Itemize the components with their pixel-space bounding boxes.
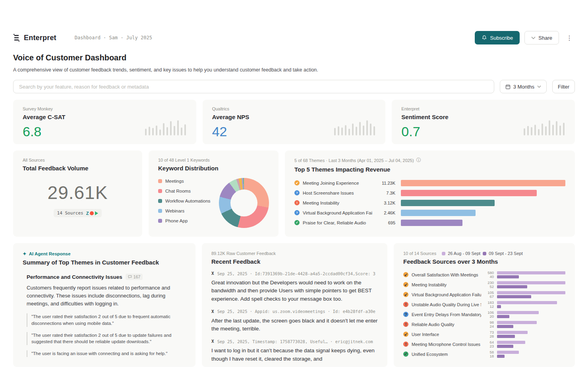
sources-legend: 26 Aug - 09 Sept09 Sept - 23 Sept bbox=[442, 251, 523, 256]
kpi-card-sentiment: Enterpret Sentiment Score 0.7 bbox=[392, 100, 575, 144]
sentiment-negative-icon: ! bbox=[403, 342, 408, 347]
sentiment-negative-icon: ! bbox=[403, 302, 408, 307]
theme-row[interactable]: ✓Praise for Clear, Reliable Audio695 bbox=[294, 218, 565, 228]
middle-row: All Sources Total Feedback Volume 29.61K… bbox=[13, 151, 575, 237]
themes-bar-chart: ↙Meeting Joining Experience11.23K?Host S… bbox=[294, 178, 565, 228]
x-twitter-icon: X bbox=[211, 271, 214, 276]
volume-value: 29.61K bbox=[23, 182, 133, 203]
kpi-card-nps: Qualtrics Average NPS 42 bbox=[203, 100, 386, 144]
comment-icon bbox=[128, 275, 132, 279]
top-themes-card: 5 of 68 Themes · Last 3 Months (Apr 01, … bbox=[285, 151, 575, 237]
summary-title: Summary of Top Themes in Customer Feedba… bbox=[23, 259, 186, 266]
sources-title: Feedback Sources over 3 Months bbox=[403, 258, 565, 265]
source-icon-zendesk: Z bbox=[86, 211, 89, 216]
sentiment-mixed-icon: ↙ bbox=[403, 282, 408, 287]
sentiment-negative-icon: ! bbox=[403, 322, 408, 327]
page-title: Voice of Customer Dashboard bbox=[13, 53, 575, 62]
kpi-sparkline[interactable] bbox=[334, 120, 375, 135]
search-input[interactable] bbox=[13, 80, 494, 93]
bottom-row: ✦ AI Agent Response Summary of Top Theme… bbox=[13, 243, 575, 367]
total-volume-card: All Sources Total Feedback Volume 29.61K… bbox=[13, 151, 142, 237]
sentiment-positive-icon: ✓ bbox=[294, 220, 300, 225]
source-icon-googleplay bbox=[95, 211, 98, 215]
share-button[interactable]: Share bbox=[524, 31, 559, 44]
keyword-eyebrow: 10 of 48 Level 1 Keywords bbox=[158, 158, 269, 162]
top-bar: Enterpret Dashboard · Sam · July 2025 Su… bbox=[13, 30, 575, 45]
comment-count-chip[interactable]: 167 bbox=[126, 274, 143, 280]
page-subtitle: A comprehensive view of customer feedbac… bbox=[13, 67, 575, 73]
calendar-icon bbox=[505, 84, 511, 89]
sentiment-question-icon: ? bbox=[294, 190, 300, 195]
info-icon[interactable]: ⓘ bbox=[416, 157, 421, 164]
theme-row[interactable]: !Meeting Instability3.12K bbox=[294, 198, 565, 208]
source-row[interactable]: ?Event Entry Delays From Mandatory…10620 bbox=[403, 309, 565, 319]
kpi-sparkline[interactable] bbox=[524, 120, 565, 135]
sources-chip[interactable]: 14 Sources Z bbox=[54, 209, 102, 217]
source-row[interactable]: ✓Unified Ecosystem5818 bbox=[403, 349, 565, 359]
theme-row[interactable]: ?Virtual Background Application Failures… bbox=[294, 208, 565, 218]
dashboard-page: Enterpret Dashboard · Sam · July 2025 Su… bbox=[0, 30, 588, 367]
breadcrumb: Dashboard · Sam · July 2025 bbox=[75, 35, 152, 41]
source-icon-reddit bbox=[90, 211, 94, 215]
chevron-down-icon bbox=[531, 37, 536, 39]
sentiment-negative-icon: ! bbox=[294, 200, 300, 205]
feedback-title: Recent Feedback bbox=[211, 258, 378, 265]
feedback-sources-card: 10 of 14 Sources 26 Aug - 09 Sept09 Sept… bbox=[394, 243, 575, 367]
logo-text: Enterpret bbox=[24, 34, 56, 42]
feedback-entries: XSep 25, 2025 · Id:7391369b-21de-4428-a4… bbox=[211, 271, 378, 363]
sentiment-question-icon: ? bbox=[403, 312, 408, 317]
enterpret-logo[interactable]: Enterpret bbox=[13, 34, 56, 42]
kpi-source: Survey Monkey bbox=[23, 106, 187, 111]
bell-icon bbox=[482, 35, 487, 41]
summary-section-heading: Performance and Connectivity Issues bbox=[27, 274, 122, 280]
theme-row[interactable]: ?Host Screenshare Issues7.3K bbox=[294, 188, 565, 198]
enterpret-logo-icon bbox=[13, 34, 20, 42]
summary-quotes: "The user rated their satisfaction 2 out… bbox=[27, 313, 186, 357]
filter-toolbar: 3 Months Filter bbox=[13, 80, 575, 93]
kpi-source: Enterpret bbox=[401, 106, 565, 111]
volume-eyebrow: All Sources bbox=[23, 158, 133, 162]
keyword-donut-chart[interactable] bbox=[219, 178, 269, 228]
theme-row[interactable]: ↙Meeting Joining Experience11.23K bbox=[294, 178, 565, 188]
x-twitter-icon: X bbox=[211, 339, 214, 344]
legend-item: Chat Rooms bbox=[158, 189, 219, 193]
source-row[interactable]: ↙Meeting Instability23052 bbox=[403, 280, 565, 290]
sentiment-mixed-icon: ↙ bbox=[403, 332, 408, 337]
source-row[interactable]: ↙User Interface7328 bbox=[403, 329, 565, 339]
volume-title: Total Feedback Volume bbox=[23, 165, 133, 172]
feedback-entry[interactable]: XSep 25, 2025, Timestamp: 1758773028, Us… bbox=[211, 339, 378, 363]
source-row[interactable]: !Reliable Audio Quality9824 bbox=[403, 319, 565, 329]
customer-quote: "The user rated their satisfaction 2 out… bbox=[27, 313, 186, 326]
kpi-card-csat: Survey Monkey Average C-SAT 6.8 bbox=[13, 100, 196, 144]
sentiment-question-icon: ? bbox=[294, 210, 300, 215]
feedback-eyebrow: 89.12K Raw Customer Feedback bbox=[211, 251, 378, 256]
feedback-entry[interactable]: XSep 25, 2025 · Id:7391369b-21de-4428-a4… bbox=[211, 271, 378, 303]
sentiment-positive-icon: ✓ bbox=[403, 351, 408, 357]
sentiment-mixed-icon: ↙ bbox=[403, 292, 408, 297]
filter-button[interactable]: Filter bbox=[552, 80, 575, 93]
kpi-source: Qualtrics bbox=[212, 106, 376, 111]
sources-bar-chart: ↙Overall Satisfaction With Meetings58040… bbox=[403, 270, 565, 359]
recent-feedback-card: 89.12K Raw Customer Feedback Recent Feed… bbox=[202, 243, 387, 367]
summary-body: Customers frequently report issues relat… bbox=[27, 284, 186, 308]
ai-agent-badge: ✦ AI Agent Response bbox=[23, 251, 186, 257]
kpi-sparkline[interactable] bbox=[145, 120, 186, 135]
feedback-entry[interactable]: XSep 25, 2025 · Appid: us.zoom.videomeet… bbox=[211, 309, 378, 333]
ai-summary-card: ✦ AI Agent Response Summary of Top Theme… bbox=[13, 243, 195, 367]
sentiment-mixed-icon: ↙ bbox=[294, 180, 300, 185]
x-twitter-icon: X bbox=[211, 309, 214, 314]
source-row[interactable]: ↙Overall Satisfaction With Meetings58040 bbox=[403, 270, 565, 280]
chevron-down-icon bbox=[537, 85, 541, 88]
source-row[interactable]: !Meeting Microphone Control Issues6423 bbox=[403, 339, 565, 349]
themes-title: Top 5 Themes Impacting Revenue bbox=[294, 166, 565, 173]
sources-eyebrow: 10 of 14 Sources bbox=[403, 251, 436, 256]
legend-item: Webinars bbox=[158, 209, 219, 213]
source-row[interactable]: ↙Virtual Background Application Failur…1… bbox=[403, 290, 565, 299]
legend-item: Workflow Automations bbox=[158, 199, 219, 203]
more-options-icon[interactable]: ⋮ bbox=[564, 34, 575, 42]
subscribe-button[interactable]: Subscribe bbox=[475, 31, 520, 44]
legend-item: Meetings bbox=[158, 179, 219, 183]
source-row[interactable]: !Unstable Audio Quality During Live S…18… bbox=[403, 299, 565, 309]
customer-quote: "The user is facing an issue with connec… bbox=[27, 350, 186, 357]
date-range-button[interactable]: 3 Months bbox=[500, 80, 547, 93]
